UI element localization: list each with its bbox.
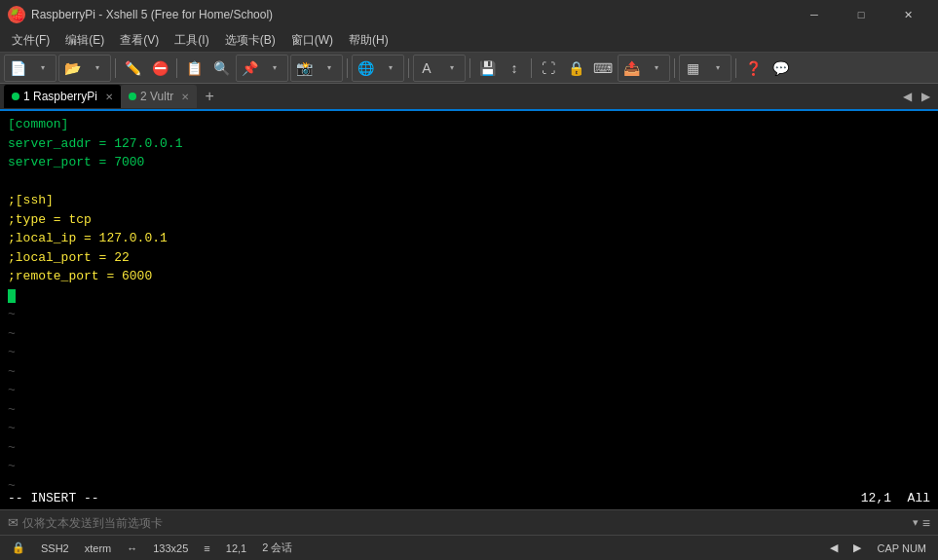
transfer-button[interactable]: ↕ [502, 56, 527, 81]
terminal-line-4 [8, 172, 930, 192]
menu-view[interactable]: 查看(V) [112, 30, 167, 51]
layout-dropdown[interactable]: ▾ [705, 56, 731, 81]
tilde-7: ~ [8, 419, 930, 438]
status-sessions: 2 会话 [258, 541, 296, 555]
app-icon [8, 6, 25, 23]
terminal-line-1: [common] [8, 115, 930, 134]
status-lock-icon: 🔒 [8, 541, 29, 554]
fullscreen-button[interactable]: ⛶ [536, 56, 561, 81]
stop-button[interactable]: ⛔ [147, 56, 172, 81]
input-menu-button[interactable]: ≡ [922, 515, 930, 531]
copy-button[interactable]: 📋 [181, 56, 206, 81]
status-size: 133x25 [149, 542, 192, 554]
status-size-icon: ↔ [123, 542, 141, 554]
terminal-line-9: ;remote_port = 6000 [8, 267, 930, 286]
vim-scroll: All [891, 489, 930, 508]
tab-dot-active [12, 93, 19, 100]
new-session-dropdown[interactable]: ▾ [30, 56, 56, 81]
font-dropdown[interactable]: ▾ [439, 56, 465, 81]
tilde-4: ~ [8, 362, 930, 382]
send-button[interactable]: 📤 [619, 56, 644, 81]
input-dropdown-button[interactable]: ▾ [913, 516, 919, 529]
tab-label-vultr: 2 Vultr [140, 90, 173, 103]
send-dropdown[interactable]: ▾ [644, 56, 669, 81]
tab-nav: ◀ ▶ [899, 88, 934, 105]
tab-prev-button[interactable]: ◀ [899, 88, 916, 105]
menu-help[interactable]: 帮助(H) [341, 30, 396, 51]
terminal-area[interactable]: [common] server_addr = 127.0.0.1 server_… [0, 111, 938, 509]
tilde-6: ~ [8, 400, 930, 420]
tab-bar: 1 RaspberryPi ✕ 2 Vultr ✕ + ◀ ▶ [0, 84, 938, 111]
status-caps-num: CAP NUM [873, 542, 930, 554]
tab-close-raspberrypi[interactable]: ✕ [105, 92, 113, 102]
open-dropdown[interactable]: ▾ [85, 56, 110, 81]
status-protocol: SSH2 [37, 542, 73, 554]
terminal-line-8: ;local_port = 22 [8, 248, 930, 268]
paste-dropdown[interactable]: ▾ [262, 56, 287, 81]
maximize-button[interactable]: □ [839, 0, 883, 29]
disk-button[interactable]: 💾 [474, 56, 500, 81]
open-button[interactable]: 📂 [59, 56, 85, 81]
tilde-1: ~ [8, 305, 930, 324]
terminal-line-7: ;local_ip = 127.0.0.1 [8, 229, 930, 248]
title-bar: RaspberryPi - Xshell 5 (Free for Home/Sc… [0, 0, 938, 29]
status-encoding: xterm [81, 542, 116, 554]
keyboard-button[interactable]: ⌨ [590, 56, 616, 81]
status-pos-icon: ≡ [200, 542, 213, 554]
tilde-8: ~ [8, 438, 930, 458]
menu-tabs[interactable]: 选项卡(B) [217, 30, 283, 51]
send-input[interactable] [22, 516, 909, 530]
menu-window[interactable]: 窗口(W) [283, 30, 341, 51]
layout-button[interactable]: ▦ [680, 56, 705, 81]
tab-next-button[interactable]: ▶ [918, 88, 934, 105]
globe-dropdown[interactable]: ▾ [378, 56, 403, 81]
globe-button[interactable]: 🌐 [353, 56, 378, 81]
tilde-9: ~ [8, 457, 930, 476]
terminal-line-5: ;[ssh] [8, 191, 930, 210]
tab-label-raspberrypi: 1 RaspberryPi [23, 90, 97, 103]
tab-raspberrypi[interactable]: 1 RaspberryPi ✕ [4, 85, 121, 108]
find-button[interactable]: 🔍 [208, 56, 234, 81]
status-nav-next[interactable]: ▶ [849, 541, 865, 554]
minimize-button[interactable]: ─ [792, 0, 837, 29]
terminal-line-2: server_addr = 127.0.0.1 [8, 134, 930, 154]
terminal-wrapper: [common] server_addr = 127.0.0.1 server_… [0, 111, 938, 560]
cursor [8, 289, 16, 303]
help-button[interactable]: ❓ [740, 56, 766, 81]
terminal-line-3: server_port = 7000 [8, 153, 930, 172]
new-tab-button[interactable]: + [199, 86, 220, 107]
menu-file[interactable]: 文件(F) [4, 30, 57, 51]
new-session-button[interactable]: 📄 [5, 56, 30, 81]
status-nav-prev[interactable]: ◀ [826, 541, 842, 554]
tab-dot-vultr [129, 93, 136, 100]
properties-button[interactable]: ✏️ [120, 56, 145, 81]
window-title: RaspberryPi - Xshell 5 (Free for Home/Sc… [31, 8, 792, 21]
vim-position: 12,1 [861, 489, 891, 508]
paste-button[interactable]: 📌 [237, 56, 262, 81]
tab-vultr[interactable]: 2 Vultr ✕ [121, 85, 197, 108]
menu-tools[interactable]: 工具(I) [167, 30, 216, 51]
input-bar: ✉ ▾ ≡ [0, 509, 938, 535]
terminal-cursor-line [8, 286, 930, 306]
lock-button[interactable]: 🔒 [563, 56, 588, 81]
tilde-5: ~ [8, 381, 930, 400]
menu-edit[interactable]: 编辑(E) [57, 30, 112, 51]
tab-close-vultr[interactable]: ✕ [181, 92, 189, 102]
status-bar: 🔒 SSH2 xterm ↔ 133x25 ≡ 12,1 2 会话 ◀ ▶ CA… [0, 535, 938, 560]
screenshot-dropdown[interactable]: ▾ [317, 56, 342, 81]
send-icon: ✉ [8, 515, 19, 530]
tilde-2: ~ [8, 324, 930, 344]
menu-bar: 文件(F) 编辑(E) 查看(V) 工具(I) 选项卡(B) 窗口(W) 帮助(… [0, 29, 938, 53]
info-button[interactable]: 💬 [768, 56, 793, 81]
terminal-line-6: ;type = tcp [8, 210, 930, 230]
close-button[interactable]: ✕ [885, 0, 930, 29]
font-button[interactable]: A [414, 56, 439, 81]
vim-status-line: -- INSERT -- 12,1 All [0, 488, 938, 509]
vim-mode: -- INSERT -- [8, 489, 99, 508]
tilde-3: ~ [8, 343, 930, 362]
toolbar: 📄 ▾ 📂 ▾ ✏️ ⛔ 📋 🔍 📌 ▾ 📸 ▾ 🌐 ▾ A ▾ 💾 ↕ ⛶ 🔒… [0, 53, 938, 84]
window-controls: ─ □ ✕ [792, 0, 930, 29]
status-position: 12,1 [222, 542, 250, 554]
screenshot-button[interactable]: 📸 [291, 56, 317, 81]
